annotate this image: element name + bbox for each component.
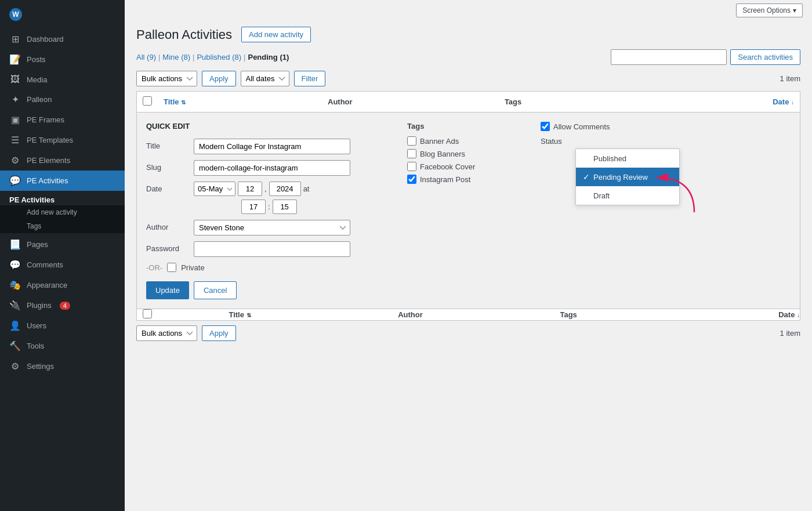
password-input[interactable] (194, 241, 350, 257)
select-all-checkbox-footer[interactable] (143, 309, 152, 318)
date-hour-input[interactable] (241, 200, 266, 214)
screen-options-bar: Screen Options ▾ (125, 0, 812, 21)
quick-edit-inner: QUICK EDIT Title Slug (146, 122, 791, 299)
sidebar-item-label: PE Elements (27, 156, 70, 165)
tag-label-instagram-post: Instagram Post (420, 175, 470, 184)
password-label: Password (146, 241, 187, 253)
date-footer-header[interactable]: Date ↓ (638, 309, 800, 321)
page-header: Palleon Activities Add new activity (136, 27, 800, 42)
sidebar-active-section-label: PE Activities (0, 192, 125, 205)
search-box: Search activities (611, 49, 800, 65)
tag-checkbox-banner-ads[interactable] (407, 136, 416, 146)
sidebar-item-posts[interactable]: 📝 Posts (0, 49, 125, 70)
sidebar-item-comments[interactable]: 💬 Comments (0, 255, 125, 275)
bulk-actions-select-bottom[interactable]: Bulk actions (136, 325, 197, 341)
sidebar-item-plugins[interactable]: 🔌 Plugins 4 (0, 295, 125, 316)
title-sort-icon: ⇅ (181, 99, 186, 106)
activities-table: Title ⇅ Author Tags Date ↓ (136, 91, 800, 321)
filter-pending-link[interactable]: Pending (1) (248, 53, 289, 61)
sidebar-item-pe-templates[interactable]: ☰ PE Templates (0, 130, 125, 150)
posts-icon: 📝 (9, 54, 21, 65)
quick-edit-cell: QUICK EDIT Title Slug (137, 113, 800, 309)
sidebar-submenu-tags[interactable]: Tags (0, 219, 125, 233)
toolbar-bottom: Bulk actions Apply 1 item (136, 325, 800, 341)
date-year-input[interactable] (269, 182, 301, 196)
allow-comments-checkbox[interactable] (541, 122, 550, 131)
tag-label-banner-ads: Banner Ads (420, 137, 459, 146)
sidebar-item-pe-activities[interactable]: 💬 PE Activities (0, 171, 125, 191)
tag-checkbox-blog-banners[interactable] (407, 149, 416, 158)
slug-input[interactable] (194, 160, 350, 176)
date-header[interactable]: Date ↓ (638, 92, 800, 113)
quick-edit-row: QUICK EDIT Title Slug (137, 113, 800, 309)
bulk-actions-select-top[interactable]: Bulk actions (136, 71, 197, 86)
sidebar-item-palleon[interactable]: ✦ Palleon (0, 89, 125, 110)
arrow-svg (645, 166, 703, 218)
date-month-select[interactable]: 05-May (194, 182, 235, 196)
filter-button[interactable]: Filter (294, 71, 326, 86)
toolbar-top-item-count: 1 item (780, 74, 800, 83)
screen-options-label: Screen Options (742, 6, 791, 15)
select-all-header (137, 92, 158, 113)
author-footer-header: Author (322, 309, 499, 321)
search-input[interactable] (611, 49, 727, 65)
allow-comments-label: Allow Comments (553, 122, 610, 131)
tag-item-facebook-cover: Facebook Cover (407, 162, 523, 171)
author-field: Author Steven Stone (146, 220, 390, 235)
pe-frames-icon: ▣ (9, 114, 21, 125)
sidebar-item-pe-frames[interactable]: ▣ PE Frames (0, 110, 125, 130)
sidebar: W ⊞ Dashboard 📝 Posts 🖼 Media ✦ Palleon … (0, 0, 125, 511)
cancel-button[interactable]: Cancel (194, 281, 237, 299)
toolbar-top-left: Bulk actions Apply All dates Filter (136, 71, 325, 86)
tag-item-instagram-post: Instagram Post (407, 175, 523, 184)
sidebar-item-dashboard[interactable]: ⊞ Dashboard (0, 29, 125, 49)
apply-button-top[interactable]: Apply (202, 71, 236, 86)
sidebar-item-tools[interactable]: 🔨 Tools (0, 336, 125, 356)
all-dates-select[interactable]: All dates (241, 71, 289, 86)
title-input[interactable] (194, 139, 350, 154)
filter-published-link[interactable]: Published (8) (197, 53, 241, 61)
filter-mine-link[interactable]: Mine (8) (162, 53, 190, 61)
sidebar-item-users[interactable]: 👤 Users (0, 316, 125, 336)
select-all-checkbox[interactable] (143, 96, 152, 106)
sidebar-item-appearance[interactable]: 🎭 Appearance (0, 275, 125, 295)
dashboard-icon: ⊞ (9, 34, 21, 45)
apply-button-bottom[interactable]: Apply (202, 325, 236, 341)
sidebar-item-label: Palleon (27, 95, 52, 104)
status-option-published[interactable]: ✓ Published (576, 149, 679, 168)
filter-all-link[interactable]: All (9) (136, 53, 156, 61)
plugins-icon: 🔌 (9, 300, 21, 311)
sidebar-item-label: Users (27, 321, 46, 330)
status-label: Status (541, 137, 562, 146)
add-new-activity-button[interactable]: Add new activity (241, 27, 311, 42)
date-day-input[interactable] (238, 182, 262, 196)
tags-list: Banner Ads Blog Banners Facebook Cover (407, 136, 523, 184)
slug-label: Slug (146, 160, 187, 172)
sidebar-item-media[interactable]: 🖼 Media (0, 70, 125, 89)
tag-checkbox-instagram-post[interactable] (407, 175, 416, 184)
sidebar-item-label: Comments (27, 260, 63, 269)
sidebar-submenu-add-new[interactable]: Add new activity (0, 205, 125, 219)
date-label: Date (146, 182, 187, 193)
title-label: Title (146, 139, 187, 150)
title-footer-header[interactable]: Title ⇅ (158, 309, 322, 321)
title-header[interactable]: Title ⇅ (158, 92, 322, 113)
update-button[interactable]: Update (146, 281, 189, 299)
sidebar-item-pe-elements[interactable]: ⚙ PE Elements (0, 150, 125, 171)
tag-checkbox-facebook-cover[interactable] (407, 162, 416, 171)
date-sort-icon: ↓ (791, 99, 794, 106)
main-content-area: Palleon Activities Add new activity All … (125, 21, 812, 357)
search-activities-button[interactable]: Search activities (730, 49, 800, 65)
date-minute-input[interactable] (273, 200, 297, 214)
private-checkbox[interactable] (167, 263, 176, 272)
sidebar-item-pages[interactable]: 📃 Pages (0, 234, 125, 255)
sidebar-item-settings[interactable]: ⚙ Settings (0, 356, 125, 376)
author-label: Author (146, 220, 187, 231)
slug-field: Slug (146, 160, 390, 176)
sidebar-item-label: Plugins (27, 301, 52, 310)
select-all-footer (137, 309, 158, 321)
quick-edit-title: QUICK EDIT (146, 122, 390, 131)
time-row: : (241, 200, 309, 214)
screen-options-button[interactable]: Screen Options ▾ (736, 3, 803, 17)
author-select[interactable]: Steven Stone (194, 220, 350, 235)
